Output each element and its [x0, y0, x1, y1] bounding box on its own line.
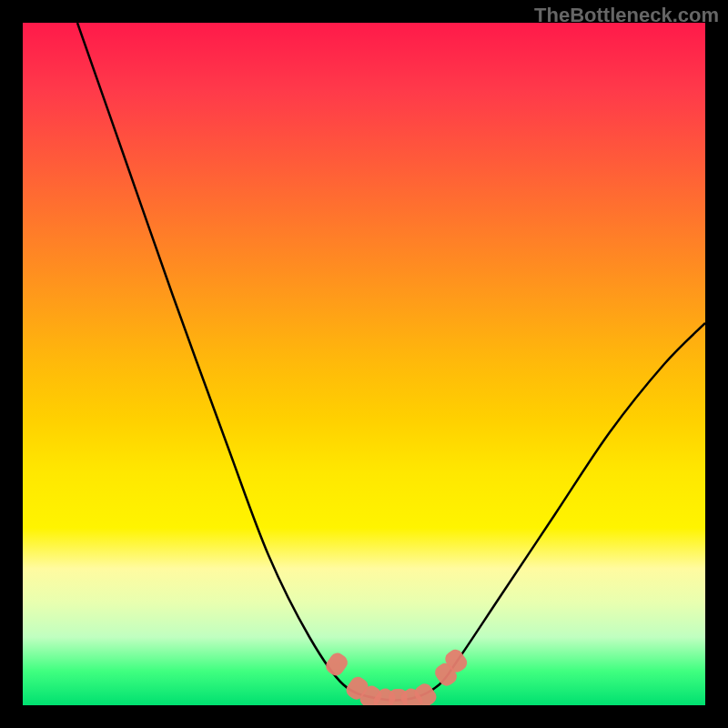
markers-group [323, 647, 470, 705]
data-marker [323, 650, 350, 678]
chart-svg [23, 23, 705, 705]
curve-group [77, 23, 705, 700]
chart-container [23, 23, 705, 705]
bottleneck-curve [77, 23, 705, 700]
watermark-text: TheBottleneck.com [534, 4, 719, 27]
